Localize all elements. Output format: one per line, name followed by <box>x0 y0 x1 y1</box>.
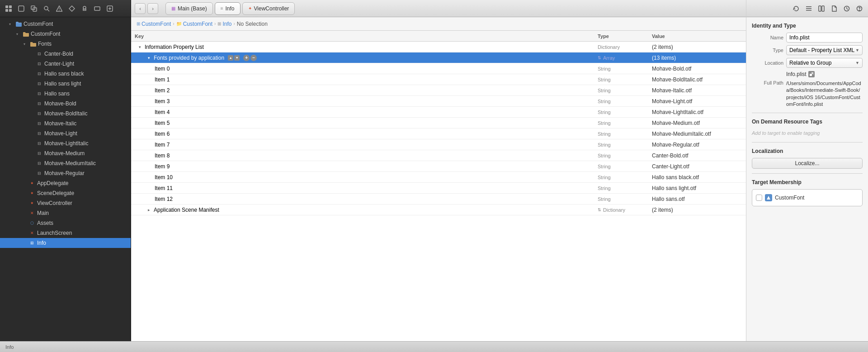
refresh-icon[interactable] <box>791 4 801 14</box>
identity-type-title: Identity and Type <box>752 23 863 29</box>
sidebar-item-main[interactable]: ✕ Main <box>0 208 131 218</box>
localization-title: Localization <box>752 148 863 154</box>
breadcrumb: ⊞ CustomFont › 📁 CustomFont › ⊞ Info › N… <box>131 17 746 31</box>
sidebar-item-viewcontroller[interactable]: ✦ ViewController <box>0 198 131 208</box>
sort-up-btn[interactable]: ▲ <box>228 55 233 61</box>
file-icon[interactable] <box>829 4 839 14</box>
divider-1 <box>752 113 863 113</box>
folder-icon <box>23 31 29 37</box>
plist-row-item-11[interactable]: Item 11 String Hallo sans light.otf <box>131 183 746 194</box>
expand-fonts-provided[interactable] <box>146 55 152 61</box>
type-select[interactable]: Default - Property List XML ▼ <box>786 45 863 55</box>
breadcrumb-no-selection: No Selection <box>237 21 268 27</box>
plist-row-item-5[interactable]: Item 5 String Mohave-Medium.otf <box>131 118 746 128</box>
columns-icon[interactable] <box>816 4 826 14</box>
font-file-icon-13: ⊟ <box>36 170 42 176</box>
plist-row-item-7[interactable]: Item 7 String Mohave-Regular.otf <box>131 139 746 150</box>
tab-viewcontroller[interactable]: ✦ ViewController <box>242 2 295 15</box>
sidebar-item-hallo-black[interactable]: ⊟ Hallo sans black <box>0 69 131 79</box>
sidebar-item-hallo-sans[interactable]: ⊟ Hallo sans <box>0 89 131 99</box>
expand-app-scene[interactable] <box>146 207 152 213</box>
sidebar-item-appdelegate[interactable]: ✦ AppDelegate <box>0 178 131 188</box>
diamond-icon[interactable] <box>67 4 77 14</box>
sidebar-item-hallo-light[interactable]: ⊟ Hallo sans light <box>0 79 131 89</box>
clock-icon[interactable] <box>842 4 852 14</box>
tab-main-base[interactable]: ▦ Main (Base) <box>165 2 213 15</box>
on-demand-title: On Demand Resource Tags <box>752 119 863 125</box>
name-label: Name <box>752 35 783 40</box>
sidebar-item-launchscreen[interactable]: ✕ LaunchScreen <box>0 228 131 238</box>
key-column-header: Key <box>135 33 598 39</box>
stamp-icon[interactable] <box>80 4 90 14</box>
swift-icon-appdelegate: ✦ <box>29 180 35 186</box>
grid-icon[interactable] <box>4 4 14 14</box>
sidebar-toolbar <box>0 0 131 17</box>
add-item-btn[interactable]: + <box>243 55 250 61</box>
sidebar-item-mohave-regular[interactable]: ⊟ Mohave-Regular <box>0 168 131 178</box>
sidebar-item-scenedelegate[interactable]: ✦ SceneDelegate <box>0 188 131 198</box>
svg-rect-1 <box>9 5 12 8</box>
sidebar-item-info[interactable]: ⊞ Info <box>0 238 131 248</box>
search-icon[interactable] <box>42 4 52 14</box>
plist-icon-info: ⊞ <box>29 240 35 246</box>
sort-down-btn[interactable]: ▼ <box>234 55 240 61</box>
tab-info[interactable]: ≡ Info <box>215 2 241 15</box>
name-input[interactable] <box>786 33 863 43</box>
sidebar-item-mohave-bolditalic[interactable]: ⊟ Mohave-BoldItalic <box>0 109 131 119</box>
rect-icon[interactable] <box>92 4 102 14</box>
breadcrumb-info[interactable]: ⊞ Info <box>217 21 231 27</box>
plist-row-item-1[interactable]: Item 1 String Mohave-BoldItalic.otf <box>131 74 746 85</box>
membership-checkbox[interactable] <box>756 195 762 201</box>
nav-forward-button[interactable]: › <box>147 3 158 14</box>
svg-rect-0 <box>5 5 8 8</box>
plist-row-item-8[interactable]: Item 8 String Canter-Bold.otf <box>131 150 746 161</box>
reveal-in-finder-icon[interactable] <box>808 71 815 77</box>
full-path-label: Full Path <box>752 80 783 86</box>
sidebar-item-canter-light[interactable]: ⊟ Canter-Light <box>0 59 131 69</box>
sidebar-item-mohave-mediumitalic[interactable]: ⊟ Mohave-MediumItalic <box>0 158 131 168</box>
plist-row-fonts-provided[interactable]: Fonts provided by application ▲ ▼ + − ⇅ … <box>131 52 746 63</box>
plist-row-app-scene[interactable]: Application Scene Manifest ⇅ Dictionary … <box>131 205 746 215</box>
list-icon[interactable] <box>804 4 814 14</box>
location-label: Location <box>752 60 783 66</box>
plist-row-item-6[interactable]: Item 6 String Mohave-MediumItalic.otf <box>131 128 746 139</box>
fonts-folder-icon <box>30 41 36 47</box>
right-toolbar <box>746 0 868 17</box>
plist-row-item-4[interactable]: Item 4 String Mohave-LightItalic.otf <box>131 107 746 118</box>
warning-icon[interactable] <box>54 4 64 14</box>
sidebar-item-assets[interactable]: ⬡ Assets <box>0 218 131 228</box>
sidebar-item-mohave-italic[interactable]: ⊟ Mohave-Italic <box>0 119 131 128</box>
location-select[interactable]: Relative to Group ▼ <box>786 58 863 68</box>
question-icon[interactable] <box>854 4 864 14</box>
font-file-icon-2: ⊟ <box>36 61 42 67</box>
sidebar-item-mohave-lightitalic[interactable]: ⊟ Mohave-LightItalic <box>0 138 131 148</box>
breadcrumb-customfont[interactable]: 📁 CustomFont <box>176 21 212 27</box>
plist-row-item-0[interactable]: Item 0 String Mohave-Bold.otf <box>131 63 746 74</box>
remove-item-btn[interactable]: − <box>250 55 257 61</box>
sidebar-item-canter-bold[interactable]: ⊟ Canter-Bold <box>0 49 131 59</box>
filename-value: Info.plist <box>786 71 807 77</box>
plist-row-item-2[interactable]: Item 2 String Mohave-Italic.otf <box>131 85 746 96</box>
name-row: Name <box>752 33 863 43</box>
sidebar-item-customfont-folder[interactable]: CustomFont <box>0 29 131 39</box>
plus-square-icon[interactable] <box>105 4 115 14</box>
plist-row-item-10[interactable]: Item 10 String Hallo sans black.otf <box>131 172 746 183</box>
expand-info-prop-list[interactable] <box>137 44 143 50</box>
nav-back-button[interactable]: ‹ <box>135 3 146 14</box>
combine-icon[interactable] <box>29 4 39 14</box>
sidebar-item-mohave-light[interactable]: ⊟ Mohave-Light <box>0 128 131 138</box>
plist-row-info-prop-list[interactable]: Information Property List Dictionary (2 … <box>131 42 746 52</box>
localize-button[interactable]: Localize... <box>752 158 863 169</box>
plist-row-item-3[interactable]: Item 3 String Mohave-Light.otf <box>131 96 746 107</box>
sidebar-item-fonts-folder[interactable]: Fonts <box>0 39 131 49</box>
sidebar-item-mohave-bold[interactable]: ⊟ Mohave-Bold <box>0 99 131 109</box>
assets-icon: ⬡ <box>29 220 35 226</box>
plist-row-item-9[interactable]: Item 9 String Canter-Light.otf <box>131 161 746 172</box>
breadcrumb-root[interactable]: ⊞ CustomFont <box>137 21 171 27</box>
square-icon[interactable] <box>16 4 26 14</box>
type-column-header: Type <box>598 33 652 39</box>
plist-row-item-12[interactable]: Item 12 String Hallo sans.otf <box>131 194 746 205</box>
membership-app-name: CustomFont <box>775 195 804 201</box>
sidebar-item-mohave-medium[interactable]: ⊟ Mohave-Medium <box>0 148 131 158</box>
sidebar-item-root[interactable]: CustomFont <box>0 19 131 29</box>
